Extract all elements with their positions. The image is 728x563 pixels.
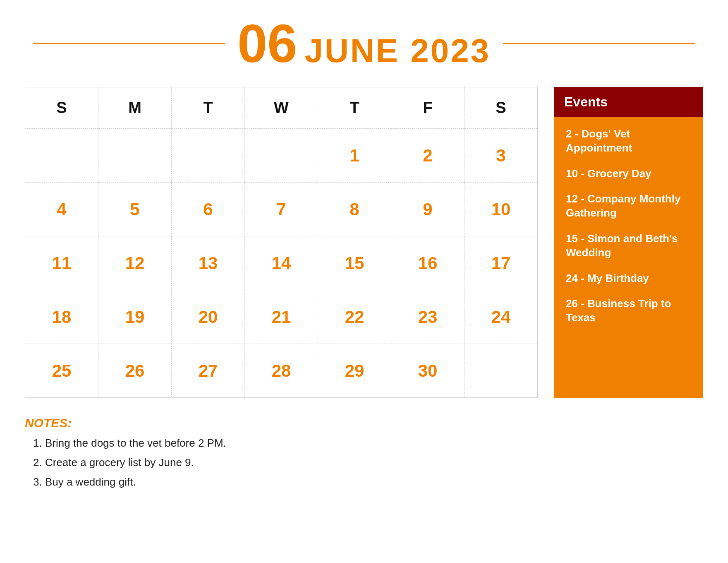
notes-section: NOTES: 1. Bring the dogs to the vet befo… <box>0 406 728 502</box>
calendar-cell[interactable]: 23 <box>391 290 465 344</box>
calendar-cell[interactable]: 19 <box>98 290 172 344</box>
calendar-cell[interactable]: 3 <box>465 129 538 183</box>
calendar-row: 18192021222324 <box>25 290 538 344</box>
header-month-year: JUNE 2023 <box>305 32 491 70</box>
calendar-row: 11121314151617 <box>25 236 538 290</box>
calendar-cell[interactable]: 10 <box>465 183 538 236</box>
notes-list: 1. Bring the dogs to the vet before 2 PM… <box>25 435 703 490</box>
calendar-header-row: S M T W T F S <box>25 87 538 129</box>
note-item: 1. Bring the dogs to the vet before 2 PM… <box>33 435 703 451</box>
calendar-cell[interactable]: 2 <box>391 129 465 183</box>
calendar-cell[interactable]: 25 <box>25 344 98 398</box>
header-line-left <box>33 43 225 44</box>
day-header-tue: T <box>172 87 245 129</box>
calendar-row: 123 <box>25 129 538 183</box>
calendar-cell[interactable] <box>245 129 318 183</box>
calendar-cell[interactable]: 30 <box>391 344 465 398</box>
calendar-cell[interactable]: 5 <box>98 183 172 236</box>
calendar-cell[interactable]: 24 <box>465 290 538 344</box>
calendar-cell[interactable]: 13 <box>172 236 245 290</box>
calendar-cell[interactable]: 21 <box>245 290 318 344</box>
header-title: 06 JUNE 2023 <box>237 17 491 70</box>
event-item: 24 - My Birthday <box>566 272 692 286</box>
page-header: 06 JUNE 2023 <box>0 0 728 79</box>
event-item: 15 - Simon and Beth's Wedding <box>566 232 692 260</box>
events-list: 2 - Dogs' Vet Appointment10 - Grocery Da… <box>554 117 703 346</box>
calendar-cell[interactable]: 16 <box>391 236 465 290</box>
calendar-cell[interactable]: 7 <box>245 183 318 236</box>
calendar-cell[interactable]: 11 <box>25 236 98 290</box>
day-header-fri: F <box>391 87 465 129</box>
calendar-cell[interactable]: 27 <box>172 344 245 398</box>
calendar-cell[interactable] <box>98 129 172 183</box>
event-item: 2 - Dogs' Vet Appointment <box>566 127 692 155</box>
calendar-cell[interactable]: 20 <box>172 290 245 344</box>
header-day: 06 <box>237 17 297 70</box>
main-content: S M T W T F S 12345678910111213141516171… <box>0 79 728 406</box>
calendar-cell[interactable]: 17 <box>465 236 538 290</box>
day-header-thu: T <box>318 87 391 129</box>
event-item: 12 - Company Monthly Gathering <box>566 192 692 220</box>
note-item: 2. Create a grocery list by June 9. <box>33 455 703 471</box>
events-panel: Events 2 - Dogs' Vet Appointment10 - Gro… <box>554 87 703 398</box>
calendar-cell[interactable]: 9 <box>391 183 465 236</box>
calendar-cell[interactable] <box>172 129 245 183</box>
calendar-cell[interactable]: 6 <box>172 183 245 236</box>
calendar-cell[interactable]: 26 <box>98 344 172 398</box>
calendar-row: 252627282930 <box>25 344 538 398</box>
calendar-cell[interactable]: 29 <box>318 344 391 398</box>
calendar-cell[interactable]: 1 <box>318 129 391 183</box>
calendar-table: S M T W T F S 12345678910111213141516171… <box>25 87 538 398</box>
notes-title: NOTES: <box>25 416 703 430</box>
event-item: 10 - Grocery Day <box>566 167 692 181</box>
calendar-cell[interactable]: 22 <box>318 290 391 344</box>
calendar-wrapper: S M T W T F S 12345678910111213141516171… <box>25 87 538 398</box>
day-header-sat: S <box>465 87 538 129</box>
calendar-row: 45678910 <box>25 183 538 236</box>
calendar-cell[interactable]: 18 <box>25 290 98 344</box>
events-header: Events <box>554 87 703 117</box>
calendar-cell[interactable]: 28 <box>245 344 318 398</box>
event-item: 26 - Business Trip to Texas <box>566 297 692 325</box>
calendar-cell[interactable]: 15 <box>318 236 391 290</box>
calendar-cell[interactable]: 12 <box>98 236 172 290</box>
calendar-cell[interactable] <box>25 129 98 183</box>
note-item: 3. Buy a wedding gift. <box>33 474 703 490</box>
day-header-wed: W <box>245 87 318 129</box>
day-header-mon: M <box>98 87 172 129</box>
day-header-sun: S <box>25 87 98 129</box>
calendar-cell[interactable]: 4 <box>25 183 98 236</box>
calendar-cell[interactable]: 8 <box>318 183 391 236</box>
header-line-right <box>503 43 695 44</box>
calendar-cell[interactable] <box>465 344 538 398</box>
calendar-cell[interactable]: 14 <box>245 236 318 290</box>
